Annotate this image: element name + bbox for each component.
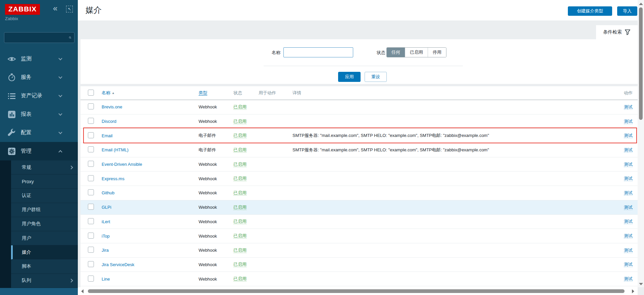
filter-name-input[interactable] [283, 47, 353, 57]
row-checkbox[interactable] [88, 161, 94, 167]
sidebar-item-label: 服务 [21, 74, 32, 81]
media-type-name-link[interactable]: Jira [102, 248, 109, 253]
row-checkbox[interactable] [88, 218, 94, 224]
submenu-item-媒介[interactable]: 媒介 [11, 245, 78, 259]
submenu-item-常规[interactable]: 常规 [11, 160, 78, 175]
filter-tab[interactable]: 条件检索 [596, 25, 638, 39]
submenu-item-认证[interactable]: 认证 [11, 189, 78, 203]
status-enabled-link[interactable]: 已启用 [233, 133, 247, 138]
status-enabled-link[interactable]: 已启用 [233, 219, 247, 224]
status-enabled-link[interactable]: 已启用 [233, 147, 247, 153]
test-link[interactable]: 测试 [624, 104, 633, 110]
test-link[interactable]: 测试 [624, 233, 633, 239]
row-checkbox[interactable] [88, 132, 94, 138]
status-option-已启用[interactable]: 已启用 [405, 48, 428, 57]
row-checkbox[interactable] [88, 233, 94, 239]
media-type-name-link[interactable]: Line [102, 277, 110, 282]
chevron-up-icon [58, 150, 62, 154]
vertical-scrollbar[interactable] [638, 0, 644, 287]
chevron-down-icon [58, 75, 62, 79]
row-checkbox[interactable] [88, 146, 94, 152]
submenu-item-用户角色[interactable]: 用户角色 [11, 217, 78, 231]
apply-button[interactable]: 应用 [338, 72, 361, 82]
row-checkbox[interactable] [88, 118, 94, 124]
scroll-left-arrow-icon[interactable] [81, 289, 84, 293]
column-header-type[interactable]: 类型 [199, 90, 207, 96]
media-type-name-link[interactable]: Email (HTML) [102, 147, 128, 152]
filter-name-label: 名称 [267, 50, 280, 56]
status-enabled-link[interactable]: 已启用 [233, 162, 247, 167]
product-name: Zabbix [5, 16, 18, 21]
row-checkbox[interactable] [88, 175, 94, 181]
create-media-type-button[interactable]: 创建媒介类型 [568, 6, 612, 16]
status-enabled-link[interactable]: 已启用 [233, 276, 247, 282]
status-enabled-link[interactable]: 已启用 [233, 104, 247, 110]
submenu-item-用户群组[interactable]: 用户群组 [11, 203, 78, 217]
status-enabled-link[interactable]: 已启用 [233, 205, 247, 210]
media-type-name-link[interactable]: iTop [102, 234, 110, 239]
status-enabled-link[interactable]: 已启用 [233, 262, 247, 267]
row-checkbox[interactable] [88, 204, 94, 210]
zabbix-logo[interactable]: ZABBIX [5, 4, 40, 15]
reset-button[interactable]: 重设 [365, 72, 387, 82]
sidebar-footer [0, 288, 78, 295]
import-button[interactable]: 导入 [617, 6, 637, 16]
status-enabled-link[interactable]: 已启用 [233, 119, 247, 124]
media-type-name-link[interactable]: Express.ms [102, 176, 124, 181]
scroll-down-arrow-icon[interactable] [639, 283, 643, 285]
sidebar-item-services[interactable]: 服务 [0, 68, 78, 87]
row-checkbox[interactable] [88, 189, 94, 195]
hide-sidebar-icon[interactable]: ↖ [66, 6, 73, 12]
test-link[interactable]: 测试 [624, 133, 633, 138]
test-link[interactable]: 测试 [624, 248, 633, 253]
test-link[interactable]: 测试 [624, 176, 633, 181]
horizontal-scrollbar[interactable] [78, 287, 638, 295]
status-option-任何[interactable]: 任何 [387, 48, 405, 57]
test-link[interactable]: 测试 [624, 162, 633, 167]
test-link[interactable]: 测试 [624, 276, 633, 282]
column-header-name[interactable]: 名称 [102, 90, 110, 95]
media-type-name-link[interactable]: Brevis.one [102, 104, 122, 109]
sidebar-search[interactable] [4, 32, 74, 43]
test-link[interactable]: 测试 [624, 262, 633, 267]
media-type-name-link[interactable]: iLert [102, 219, 110, 224]
search-input[interactable] [4, 35, 69, 40]
test-link[interactable]: 测试 [624, 205, 633, 210]
test-link[interactable]: 测试 [624, 147, 633, 153]
status-enabled-link[interactable]: 已启用 [233, 176, 247, 181]
submenu-item-label: 脚本 [22, 263, 31, 269]
collapse-sidebar-icon[interactable]: « [53, 4, 57, 13]
sidebar-item-reports[interactable]: 报表 [0, 105, 78, 124]
sidebar-item-administration[interactable]: 管理 [0, 142, 78, 160]
row-checkbox[interactable] [88, 247, 94, 253]
select-all-checkbox[interactable] [88, 90, 94, 96]
test-link[interactable]: 测试 [624, 119, 633, 124]
row-checkbox[interactable] [88, 261, 94, 267]
status-option-停用[interactable]: 停用 [428, 48, 446, 57]
status-enabled-link[interactable]: 已启用 [233, 233, 247, 239]
status-enabled-link[interactable]: 已启用 [233, 190, 247, 196]
media-type-name-link[interactable]: GLPi [102, 205, 111, 210]
media-type-name-link[interactable]: Email [102, 133, 113, 138]
vertical-scrollbar-thumb[interactable] [639, 7, 643, 120]
media-type-name-link[interactable]: Jira ServiceDesk [102, 262, 135, 267]
media-type-name-link[interactable]: Github [102, 190, 114, 195]
row-checkbox[interactable] [88, 103, 94, 109]
test-link[interactable]: 测试 [624, 219, 633, 224]
scroll-right-arrow-icon[interactable] [632, 289, 634, 293]
submenu-item-label: Proxy [22, 179, 34, 184]
sidebar-item-monitoring[interactable]: 监测 [0, 50, 78, 68]
media-type-name-link[interactable]: Event-Driven Ansible [102, 162, 142, 167]
status-enabled-link[interactable]: 已启用 [233, 248, 247, 253]
sidebar-item-configuration[interactable]: 配置 [0, 124, 78, 142]
submenu-item-Proxy[interactable]: Proxy [11, 175, 78, 189]
media-type-name-link[interactable]: Discord [102, 119, 116, 124]
submenu-item-脚本[interactable]: 脚本 [11, 259, 78, 274]
submenu-item-队列[interactable]: 队列 [11, 274, 78, 288]
row-checkbox[interactable] [88, 276, 94, 282]
sidebar-item-inventory[interactable]: 资产记录 [0, 87, 78, 105]
test-link[interactable]: 测试 [624, 190, 633, 196]
submenu-item-用户[interactable]: 用户 [11, 231, 78, 245]
scroll-up-arrow-icon[interactable] [639, 3, 643, 5]
horizontal-scrollbar-thumb[interactable] [88, 289, 625, 293]
